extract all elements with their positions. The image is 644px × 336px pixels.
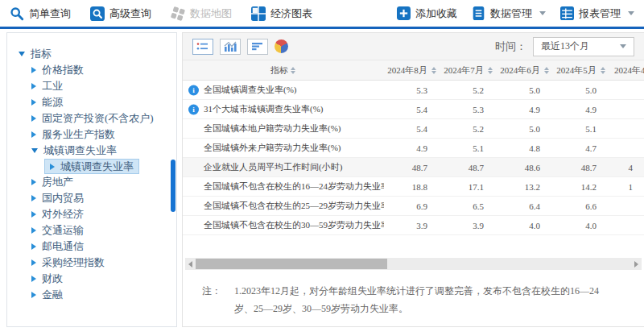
expand-arrow-icon[interactable]	[31, 99, 36, 106]
value-cell: 4.9	[497, 105, 553, 114]
footnote-prefix: 注：	[202, 282, 234, 317]
table-row[interactable]: 全国城镇不包含在校生的30—59岁劳动力失业率(%) 3.93.94.04.0	[183, 216, 644, 235]
pie-chart-view-button[interactable]	[275, 39, 288, 53]
expand-arrow-icon[interactable]	[31, 292, 36, 298]
sidebar-item-label: 采购经理指数	[42, 255, 105, 270]
table-row[interactable]: 全国城镇不包含在校生的25—29岁劳动力失业率(%) 6.96.56.46.6	[183, 197, 644, 216]
value-cell: 3.9	[440, 221, 497, 230]
horizontal-scrollbar[interactable]	[185, 258, 642, 270]
bar-chart-view-button[interactable]	[220, 39, 241, 55]
indicator-cell: 全国城镇外来户籍劳动力失业率(%)	[183, 142, 384, 154]
nav-item-advanced-query[interactable]: 高级查询	[90, 6, 151, 21]
sidebar-item-label: 国内贸易	[42, 191, 84, 205]
sidebar-item[interactable]: 采购经理指数	[31, 255, 176, 271]
value-cell: 4.0	[497, 221, 553, 230]
column-header[interactable]: 2024年5月	[553, 64, 609, 77]
column-header[interactable]: 2024年8月	[384, 64, 440, 77]
sidebar-item-label: 交通运输	[42, 223, 84, 238]
sidebar-item[interactable]: 房地产	[31, 174, 176, 190]
expand-arrow-icon[interactable]	[31, 179, 36, 185]
sidebar-item-label: 固定资产投资(不含农户)	[42, 111, 154, 126]
value-cell: 4.7	[553, 143, 609, 153]
column-header[interactable]: 2024年4月	[609, 64, 644, 77]
value-cell: 4.8	[497, 143, 553, 153]
sort-icon[interactable]	[431, 66, 437, 75]
search-icon	[10, 6, 24, 21]
sort-icon[interactable]	[291, 66, 296, 75]
indicator-column-header[interactable]: 指标	[183, 64, 384, 77]
sidebar-item-label: 房地产	[42, 175, 73, 189]
expand-arrow-icon[interactable]	[31, 115, 36, 122]
info-icon[interactable]	[188, 104, 199, 114]
expand-arrow-icon[interactable]	[31, 243, 36, 250]
sort-icon[interactable]	[488, 66, 493, 75]
table-view-button[interactable]	[192, 39, 213, 55]
hbar-chart-view-button[interactable]	[247, 39, 268, 55]
sidebar-item[interactable]: 财政	[31, 271, 176, 287]
sort-icon[interactable]	[601, 66, 606, 75]
sidebar-item[interactable]: 固定资产投资(不含农户)	[31, 110, 176, 127]
expand-arrow-icon[interactable]	[31, 276, 36, 282]
indicator-cell: 全国城镇调查失业率(%)	[183, 84, 384, 96]
time-range-value: 最近13个月	[541, 39, 589, 53]
value-cell: 48.7	[553, 163, 609, 172]
nav-right-group: 添加收藏 数据管理 报表管理	[382, 6, 634, 21]
sort-icon[interactable]	[544, 66, 550, 75]
sidebar-item[interactable]: 对外经济	[31, 206, 176, 222]
expand-arrow-icon[interactable]	[31, 67, 36, 73]
sidebar-item[interactable]: 城镇调查失业率	[31, 143, 176, 159]
expand-arrow-icon[interactable]	[31, 227, 36, 234]
column-header[interactable]: 2024年6月	[497, 64, 553, 77]
sidebar-item[interactable]: 城镇调查失业率	[44, 159, 139, 174]
time-range-select[interactable]: 最近13个月	[533, 37, 634, 56]
table-row[interactable]: 31个大城市城镇调查失业率(%) 5.45.34.94.9	[183, 100, 644, 119]
expand-arrow-icon[interactable]	[31, 83, 36, 89]
expand-arrow-icon[interactable]	[31, 195, 36, 201]
sidebar-item-label: 城镇调查失业率	[43, 143, 117, 158]
sidebar-item[interactable]: 工业	[31, 78, 176, 94]
indicator-label: 全国城镇外来户籍劳动力失业率(%)	[204, 143, 341, 152]
table-row[interactable]: 全国城镇外来户籍劳动力失业率(%) 4.95.14.84.7	[183, 139, 644, 158]
sidebar-item[interactable]: 能源	[31, 94, 176, 110]
sidebar-item[interactable]: 国内贸易	[31, 190, 176, 206]
scroll-right-icon[interactable]	[634, 261, 638, 268]
value-cell: 5.0	[553, 85, 609, 95]
sidebar-item[interactable]: 金融	[31, 287, 176, 303]
nav-item-label: 数据地图	[190, 6, 232, 21]
column-header[interactable]: 2024年7月	[440, 64, 497, 77]
sidebar-item[interactable]: 邮电通信	[31, 239, 176, 255]
sidebar-root-indicators[interactable]: 指标	[19, 46, 176, 62]
scrollbar-thumb[interactable]	[196, 259, 387, 269]
nav-item-economic-charts[interactable]: 经济图表	[251, 6, 312, 21]
view-toolbar: 时间： 最近13个月	[183, 33, 644, 60]
sidebar-scrollbar-thumb[interactable]	[171, 160, 175, 212]
expand-arrow-icon[interactable]	[50, 164, 55, 170]
table-row[interactable]: 企业就业人员周平均工作时间(小时) 48.748.748.648.74	[183, 158, 644, 177]
add-favorite-button[interactable]: 添加收藏	[397, 6, 457, 21]
indicator-label: 31个大城市城镇调查失业率(%)	[204, 104, 324, 114]
nav-item-simple-query[interactable]: 简单查询	[10, 6, 71, 21]
plus-icon	[397, 6, 411, 20]
collapse-arrow-icon[interactable]	[19, 52, 25, 56]
value-cell: 5.4	[384, 105, 440, 114]
value-cell: 14.2	[553, 182, 609, 192]
info-icon[interactable]	[188, 85, 199, 95]
data-management-menu[interactable]: 数据管理	[472, 6, 546, 21]
table-body: 全国城镇调查失业率(%) 5.35.25.05.0 31个大城市城镇调查失业率(…	[183, 81, 644, 235]
sidebar-item[interactable]: 价格指数	[31, 62, 176, 78]
scroll-left-icon[interactable]	[188, 261, 192, 268]
expand-arrow-icon[interactable]	[31, 211, 36, 218]
value-cell: 5.2	[440, 85, 497, 95]
table-row[interactable]: 全国城镇本地户籍劳动力失业率(%) 5.45.25.05.1	[183, 119, 644, 139]
indicator-cell: 全国城镇本地户籍劳动力失业率(%)	[183, 122, 384, 135]
sidebar-item[interactable]: 服务业生产指数	[31, 127, 176, 143]
sidebar-item[interactable]: 交通运输	[31, 222, 176, 239]
table-header-row: 指标 2024年8月2024年7月2024年6月2024年5月2024年4月	[183, 60, 644, 81]
report-management-menu[interactable]: 报表管理	[560, 6, 634, 21]
collapse-arrow-icon[interactable]	[31, 148, 38, 153]
table-row[interactable]: 全国城镇调查失业率(%) 5.35.25.05.0	[183, 81, 644, 100]
expand-arrow-icon[interactable]	[31, 259, 36, 266]
value-cell: 6.5	[440, 201, 497, 211]
expand-arrow-icon[interactable]	[31, 131, 36, 138]
table-row[interactable]: 全国城镇不包含在校生的16—24岁劳动力失业率(%) 18.817.113.21…	[183, 177, 644, 197]
